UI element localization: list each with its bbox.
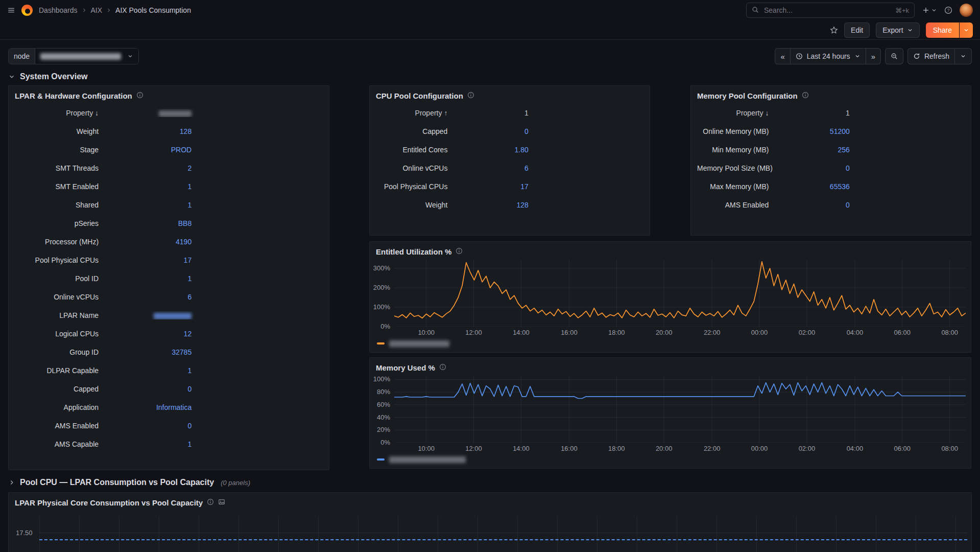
- refresh-interval-caret[interactable]: [954, 48, 972, 64]
- info-icon[interactable]: [207, 498, 214, 507]
- info-icon[interactable]: [467, 91, 474, 100]
- property-name: Online Memory (MB): [697, 127, 778, 135]
- search-box[interactable]: ⌘+k: [746, 3, 915, 18]
- value-column-header[interactable]: 1: [778, 109, 858, 117]
- property-value[interactable]: 2: [108, 164, 201, 172]
- property-value[interactable]: 0: [778, 164, 858, 172]
- legend-series-color[interactable]: [377, 342, 385, 344]
- property-name: Online vCPUs: [376, 164, 457, 172]
- property-value[interactable]: PROD: [108, 146, 201, 154]
- row-pool-cpu[interactable]: Pool CPU — LPAR Consumption vs Pool Capa…: [8, 470, 972, 490]
- favorite-star-button[interactable]: [830, 26, 838, 34]
- variable-value-dropdown[interactable]: [35, 49, 138, 64]
- property-value[interactable]: [108, 311, 201, 319]
- row-system-overview[interactable]: System Overview: [0, 64, 980, 84]
- breadcrumb-current-dashboard[interactable]: AIX Pools Consumption: [115, 6, 191, 14]
- zoom-out-button[interactable]: [885, 48, 903, 64]
- edit-button[interactable]: Edit: [844, 22, 870, 38]
- breadcrumb-aix[interactable]: AIX: [91, 6, 103, 14]
- info-icon[interactable]: [136, 91, 144, 100]
- property-value[interactable]: 1: [108, 201, 201, 209]
- panel-entitled-utilization: Entitled Utilization % 0%100%200%300% 10…: [369, 241, 971, 353]
- property-value[interactable]: 1: [108, 366, 201, 375]
- share-button[interactable]: Share: [926, 22, 959, 38]
- property-value[interactable]: 32785: [108, 348, 201, 356]
- property-value[interactable]: 6: [108, 293, 201, 301]
- value-column-header[interactable]: [108, 109, 201, 117]
- property-value[interactable]: 65536: [778, 182, 858, 191]
- property-value[interactable]: 0: [108, 422, 201, 430]
- property-value[interactable]: 1: [108, 440, 201, 448]
- property-value[interactable]: 6: [457, 164, 537, 172]
- redacted-legend-label[interactable]: [389, 340, 449, 347]
- property-value[interactable]: 1: [108, 274, 201, 283]
- property-value[interactable]: 0: [778, 201, 858, 209]
- property-value[interactable]: 1.80: [457, 146, 537, 154]
- table-row: Online vCPUs 6: [376, 159, 538, 177]
- time-range-picker[interactable]: Last 24 hours: [790, 48, 866, 64]
- property-value[interactable]: 0: [108, 385, 201, 393]
- info-icon[interactable]: [439, 363, 446, 372]
- panel-title[interactable]: Memory Pool Configuration: [697, 91, 798, 100]
- property-value[interactable]: 51200: [778, 127, 858, 135]
- panel-title[interactable]: Memory Used %: [376, 363, 435, 372]
- property-value[interactable]: 4190: [108, 238, 201, 246]
- property-value[interactable]: 256: [778, 146, 858, 154]
- property-value[interactable]: 12: [108, 330, 201, 338]
- overview-grid: LPAR & Hardware Configuration Property ↓…: [8, 85, 972, 470]
- time-controls: « Last 24 hours » Refresh: [775, 48, 972, 64]
- refresh-button[interactable]: Refresh: [907, 48, 955, 64]
- redacted-legend-label[interactable]: [389, 456, 466, 463]
- chart-plot[interactable]: [394, 376, 966, 443]
- property-value[interactable]: 128: [108, 127, 201, 135]
- property-value[interactable]: 128: [457, 201, 537, 209]
- search-input[interactable]: [763, 6, 891, 15]
- property-name: Application: [15, 403, 108, 411]
- panel-title[interactable]: LPAR Physical Core Consumption vs Pool C…: [15, 498, 203, 507]
- property-value[interactable]: 17: [108, 256, 201, 264]
- legend-series-color[interactable]: [377, 458, 385, 461]
- property-value[interactable]: 17: [457, 182, 537, 191]
- user-avatar[interactable]: [960, 4, 973, 17]
- property-column-header[interactable]: Property ↑: [376, 109, 457, 117]
- table-row: Logical CPUs 12: [15, 325, 201, 343]
- table-row: Online Memory (MB) 51200: [697, 122, 859, 141]
- grafana-logo[interactable]: [21, 5, 33, 16]
- hamburger-menu-icon[interactable]: [7, 6, 15, 14]
- property-value[interactable]: 1: [108, 182, 201, 191]
- property-name: LPAR Name: [15, 311, 108, 319]
- property-column-header[interactable]: Property ↓: [697, 109, 778, 117]
- export-button[interactable]: Export: [876, 22, 919, 38]
- time-shift-forward-button[interactable]: »: [866, 48, 881, 64]
- chart-plot[interactable]: [39, 516, 967, 552]
- table-row: Pool ID 1: [15, 269, 201, 288]
- table-row: Pool Physical CPUs 17: [376, 177, 538, 196]
- node-variable-picker[interactable]: node: [8, 48, 139, 64]
- panel-title[interactable]: CPU Pool Configuration: [376, 91, 463, 100]
- property-value[interactable]: 0: [457, 127, 537, 135]
- table-header-row: Property ↓ 1: [697, 104, 859, 122]
- property-value[interactable]: Informatica: [108, 403, 201, 411]
- property-column-header[interactable]: Property ↓: [15, 109, 108, 117]
- x-axis: 10:0012:0014:0016:0018:0020:0022:0000:00…: [394, 327, 966, 338]
- value-column-header[interactable]: 1: [457, 109, 537, 117]
- new-menu-button[interactable]: [922, 6, 937, 14]
- time-shift-back-button[interactable]: «: [775, 48, 790, 64]
- panel-title[interactable]: Entitled Utilization %: [376, 247, 451, 256]
- breadcrumb-dashboards[interactable]: Dashboards: [39, 6, 78, 14]
- question-mark-icon: ?: [944, 6, 952, 14]
- help-button[interactable]: ?: [944, 6, 952, 14]
- property-value[interactable]: BB8: [108, 219, 201, 227]
- info-icon[interactable]: [456, 247, 463, 256]
- share-menu-caret[interactable]: [960, 22, 973, 38]
- panel-cpu-pool-configuration: CPU Pool Configuration Property ↑ 1 Capp…: [369, 85, 650, 236]
- panel-title[interactable]: LPAR & Hardware Configuration: [15, 91, 132, 100]
- property-name: Stage: [15, 146, 108, 154]
- info-icon[interactable]: [802, 91, 809, 100]
- table-row: Shared 1: [15, 196, 201, 214]
- chart-plot[interactable]: [394, 260, 966, 327]
- table-row: Pool Physical CPUs 17: [15, 251, 201, 269]
- table-row: Memory Pool Size (MB) 0: [697, 159, 859, 177]
- panel-image-icon[interactable]: [218, 498, 225, 507]
- property-name: Min Memory (MB): [697, 146, 778, 154]
